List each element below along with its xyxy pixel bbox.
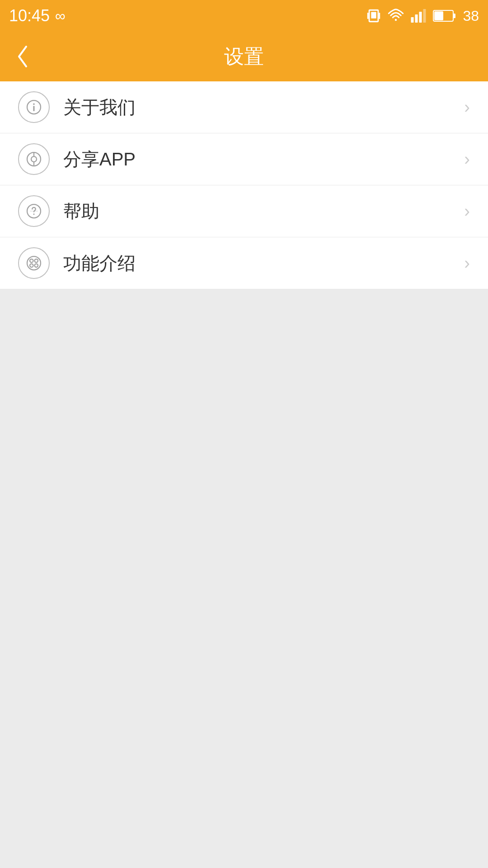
svg-point-26 <box>35 264 38 268</box>
settings-menu: 关于我们 › 分享APP › 帮助 › <box>0 81 488 289</box>
infinity-icon: ∞ <box>55 8 66 24</box>
about-us-arrow: › <box>464 98 470 117</box>
svg-rect-2 <box>367 13 369 19</box>
svg-rect-5 <box>411 17 414 23</box>
svg-point-23 <box>30 259 33 263</box>
back-button[interactable] <box>14 43 32 70</box>
vibrate-icon <box>366 8 381 24</box>
svg-rect-11 <box>453 14 455 18</box>
svg-point-24 <box>35 259 38 263</box>
wifi-icon <box>388 8 404 24</box>
status-bar: 10:45 ∞ 38 <box>0 0 488 32</box>
help-label: 帮助 <box>63 199 464 224</box>
share-icon <box>26 151 42 167</box>
help-arrow: › <box>464 202 470 221</box>
svg-point-25 <box>30 264 33 268</box>
svg-point-20 <box>33 213 35 215</box>
app-header: 设置 <box>0 32 488 81</box>
info-icon <box>26 99 42 115</box>
features-label: 功能介绍 <box>63 251 464 276</box>
menu-item-share-app[interactable]: 分享APP › <box>0 133 488 185</box>
share-app-arrow: › <box>464 150 470 169</box>
svg-rect-6 <box>415 14 418 23</box>
help-icon-wrapper <box>18 195 50 227</box>
status-bar-right: 38 <box>366 8 479 24</box>
menu-item-about-us[interactable]: 关于我们 › <box>0 81 488 133</box>
menu-item-help[interactable]: 帮助 › <box>0 185 488 237</box>
features-arrow: › <box>464 254 470 273</box>
svg-point-4 <box>395 19 397 21</box>
help-icon <box>26 203 42 219</box>
background-area <box>0 289 488 868</box>
menu-item-features[interactable]: 功能介绍 › <box>0 237 488 289</box>
features-icon-wrapper <box>18 247 50 279</box>
svg-point-22 <box>27 256 41 270</box>
status-bar-left: 10:45 ∞ <box>9 6 66 25</box>
svg-point-14 <box>33 103 35 105</box>
svg-rect-3 <box>379 13 380 19</box>
share-app-icon-wrapper <box>18 143 50 175</box>
features-icon <box>26 255 42 271</box>
svg-rect-1 <box>371 12 376 19</box>
page-title: 设置 <box>224 43 264 70</box>
svg-point-16 <box>31 156 37 162</box>
about-us-icon-wrapper <box>18 91 50 123</box>
svg-rect-7 <box>419 12 422 23</box>
signal-icon <box>410 8 427 24</box>
share-app-label: 分享APP <box>63 147 464 172</box>
svg-rect-8 <box>423 9 426 23</box>
about-us-label: 关于我们 <box>63 95 464 120</box>
status-time: 10:45 <box>9 6 50 25</box>
svg-rect-10 <box>434 11 443 20</box>
battery-icon <box>433 9 456 23</box>
battery-level: 38 <box>463 8 479 24</box>
